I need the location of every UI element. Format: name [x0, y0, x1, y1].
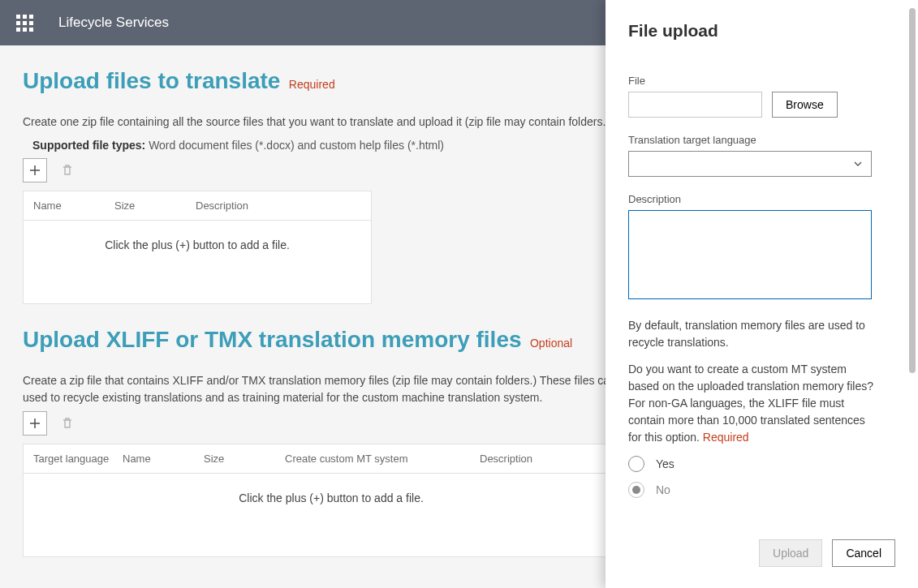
- chevron-down-icon: [853, 159, 863, 169]
- panel-info-mt-text: Do you want to create a custom MT system…: [628, 363, 873, 444]
- optional-tag: Optional: [530, 337, 572, 350]
- page-scrollbar[interactable]: [907, 0, 918, 588]
- panel-footer: Upload Cancel: [628, 539, 895, 572]
- plus-icon: [28, 417, 41, 430]
- section-title-upload: Upload files to translate: [23, 68, 280, 93]
- radio-yes[interactable]: [628, 456, 644, 472]
- cancel-button[interactable]: Cancel: [832, 539, 895, 567]
- trash-icon: [61, 164, 74, 177]
- lang-field-label: Translation target language: [628, 134, 895, 146]
- scrollbar-thumb[interactable]: [909, 8, 916, 373]
- tm-grid-empty-message: Click the plus (+) button to add a file.: [24, 474, 639, 556]
- col-size: Size: [114, 200, 196, 212]
- add-file-button[interactable]: [23, 158, 47, 182]
- col-create-mt: Create custom MT system: [285, 453, 480, 465]
- col-target-lang: Target language: [33, 453, 123, 465]
- col-desc: Description: [196, 200, 361, 212]
- target-language-select[interactable]: [628, 151, 872, 177]
- tm-grid-header: Target language Name Size Create custom …: [24, 444, 639, 474]
- tm-files-grid: Target language Name Size Create custom …: [23, 444, 640, 557]
- col-name: Name: [123, 453, 204, 465]
- panel-info-recycle: By default, translation memory files are…: [628, 317, 880, 351]
- delete-tm-file-button: [55, 411, 80, 436]
- app-title: Lifecycle Services: [58, 15, 169, 31]
- panel-title: File upload: [628, 21, 895, 41]
- browse-button[interactable]: Browse: [772, 92, 838, 118]
- delete-file-button: [55, 158, 80, 182]
- radio-no[interactable]: [628, 482, 644, 498]
- radio-yes-row[interactable]: Yes: [628, 456, 895, 472]
- grid-header: Name Size Description: [24, 191, 371, 221]
- radio-no-row[interactable]: No: [628, 482, 895, 498]
- plus-icon: [28, 164, 41, 177]
- upload-button: Upload: [759, 539, 822, 567]
- desc-field-label: Description: [628, 193, 895, 205]
- files-grid: Name Size Description Click the plus (+)…: [23, 191, 372, 304]
- file-row: Browse: [628, 92, 895, 118]
- radio-yes-label: Yes: [656, 457, 674, 470]
- supported-value: Word document files (*.docx) and custom …: [149, 139, 444, 152]
- trash-icon: [61, 417, 74, 430]
- description-textarea[interactable]: [628, 210, 872, 299]
- col-name: Name: [33, 200, 114, 212]
- add-tm-file-button[interactable]: [23, 411, 47, 436]
- app-launcher-icon[interactable]: [13, 11, 36, 34]
- file-upload-panel: File upload File Browse Translation targ…: [606, 0, 918, 588]
- section-desc-tm: Create a zip file that contains XLIFF an…: [23, 372, 640, 406]
- radio-no-label: No: [656, 483, 670, 496]
- col-size: Size: [204, 453, 285, 465]
- file-input[interactable]: [628, 92, 762, 118]
- file-field-label: File: [628, 75, 895, 87]
- panel-info-mt: Do you want to create a custom MT system…: [628, 361, 880, 446]
- section-title-tm: Upload XLIFF or TMX translation memory f…: [23, 327, 522, 352]
- grid-empty-message: Click the plus (+) button to add a file.: [24, 221, 371, 303]
- panel-required-tag: Required: [703, 431, 749, 444]
- supported-label: Supported file types:: [32, 139, 145, 152]
- required-tag: Required: [289, 78, 335, 91]
